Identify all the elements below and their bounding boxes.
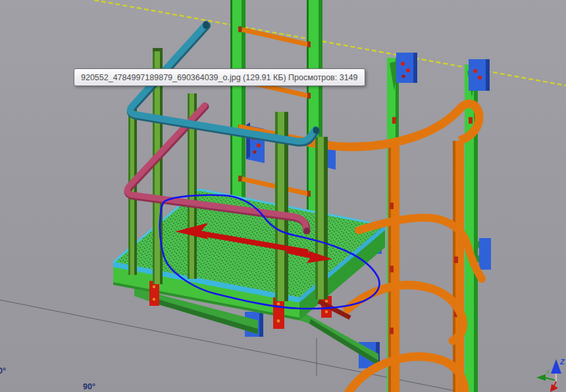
image-info-text: 920552_4784997189879_690364039_o.jpg (12… [81, 73, 358, 82]
ucs-x-arrow-icon: x [536, 368, 555, 381]
svg-text:x: x [546, 368, 550, 375]
image-info-tooltip: 920552_4784997189879_690364039_o.jpg (12… [74, 68, 365, 86]
ucs-axes: Z x [536, 358, 565, 392]
workplane-angle-label-0: 0° [0, 366, 6, 376]
ucs-z-arrow-icon: Z [551, 358, 565, 374]
rung-bolts [238, 26, 311, 197]
cage-strap[interactable] [453, 141, 464, 392]
svg-text:Z: Z [559, 358, 565, 366]
workplane-angle-label-90: 90° [83, 382, 95, 391]
workplane-angle-labels: 0° 90° [0, 366, 95, 391]
cad-viewport[interactable]: 0° 90° [0, 0, 566, 392]
